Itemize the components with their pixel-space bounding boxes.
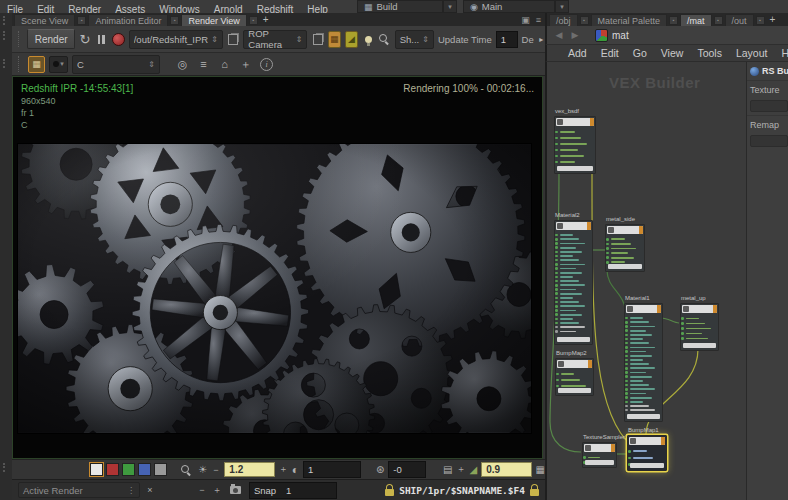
refresh-icon[interactable]: ↻ <box>79 31 91 48</box>
network-menu-tools[interactable]: Tools <box>690 47 729 59</box>
snap-next-button[interactable]: ＋ <box>212 484 222 497</box>
copy-rop-icon[interactable] <box>227 31 239 48</box>
tab-close-icon[interactable]: ▪ <box>580 16 589 25</box>
display-mode-toggle-icon[interactable]: ▦ <box>28 56 45 73</box>
node-bumpmap2[interactable]: BumpMap2 <box>555 358 594 396</box>
pixel-inspect-icon[interactable] <box>179 461 195 478</box>
tab--out[interactable]: /out <box>725 14 754 26</box>
grid-icon[interactable]: ▦ <box>536 464 545 475</box>
copy-camera-icon[interactable] <box>311 31 323 48</box>
breadcrumb[interactable]: mat <box>612 30 629 41</box>
splitter-handle[interactable] <box>3 16 10 25</box>
render-button[interactable]: Render <box>27 29 74 49</box>
node-parameter-row[interactable] <box>559 329 590 333</box>
snap-prev-button[interactable]: − <box>197 484 207 497</box>
overflow-arrow-icon[interactable]: ▸ <box>538 31 545 48</box>
small-plus-button[interactable]: ＋ <box>456 463 465 476</box>
tab-animation-editor[interactable]: Animation Editor <box>88 14 168 26</box>
offset-field[interactable]: -0 <box>388 461 425 478</box>
gain-cycle-icon[interactable]: ⊛ <box>376 464 384 475</box>
lock-icon[interactable] <box>385 489 394 496</box>
tab-close-icon[interactable]: ▪ <box>669 16 678 25</box>
render-viewport[interactable]: Redshift IPR -14:55:43[1] 960x540 fr 1 C… <box>12 76 543 459</box>
shelf-dropdown-arrow[interactable]: ▾ <box>555 0 569 13</box>
node-header[interactable] <box>556 222 591 230</box>
tab-render-view[interactable]: Render View <box>181 14 246 26</box>
inspect-icon[interactable]: ◎ <box>174 56 191 73</box>
active-render-select[interactable]: Active Render⋮ <box>18 482 140 498</box>
channel-swatch-2[interactable] <box>122 463 135 476</box>
camera-select[interactable]: ROP Camera⇕ <box>243 30 307 49</box>
gain-field[interactable]: 0.9 <box>481 462 531 477</box>
pause-icon[interactable] <box>95 31 107 48</box>
desktop-selector[interactable]: ▦ Build <box>357 0 443 13</box>
pane-menu-icon[interactable]: ≡ <box>532 14 545 25</box>
plane-select[interactable]: C⇕ <box>72 55 160 74</box>
contrast-field[interactable]: 1 <box>303 461 361 478</box>
node-header[interactable] <box>584 444 615 452</box>
pane-maximize-icon[interactable]: ▣ <box>519 14 532 25</box>
tab--mat[interactable]: /mat <box>680 14 712 26</box>
splitter-handle[interactable] <box>3 31 10 40</box>
node-material1[interactable]: Material1 <box>624 303 663 422</box>
gamma-increase-button[interactable]: ＋ <box>279 463 288 476</box>
splitter-handle[interactable] <box>3 59 10 68</box>
channel-swatch-1[interactable] <box>106 463 119 476</box>
network-menu-add[interactable]: Add <box>561 47 594 59</box>
node-footer[interactable] <box>557 337 590 342</box>
stop-render-icon[interactable] <box>112 31 125 48</box>
node-footer[interactable] <box>608 264 642 269</box>
lock-icon[interactable] <box>530 489 539 496</box>
channel-swatch-0[interactable] <box>90 463 103 476</box>
gamma-field[interactable]: 1.2 <box>224 462 274 477</box>
node-header[interactable] <box>682 305 717 313</box>
tab--obj[interactable]: /obj <box>549 14 578 26</box>
node-footer[interactable] <box>558 388 591 393</box>
node-header[interactable] <box>607 226 643 234</box>
desktop-dropdown-arrow[interactable]: ▾ <box>443 0 457 13</box>
node-header[interactable] <box>557 360 592 368</box>
gamma-decrease-button[interactable]: − <box>211 463 220 476</box>
render-region-toggle-icon[interactable]: ◢ <box>345 31 358 48</box>
tab-close-icon[interactable]: ▪ <box>756 16 765 25</box>
brightness-icon[interactable]: ☀ <box>198 464 207 475</box>
network-menu-view[interactable]: View <box>654 47 691 59</box>
tab-close-icon[interactable]: ▪ <box>77 16 86 25</box>
node-header[interactable] <box>626 305 661 313</box>
forward-arrow-icon[interactable]: ▶ <box>569 30 581 40</box>
shader-select[interactable]: Sh...⇕ <box>395 30 434 49</box>
node-parameter-row[interactable] <box>629 408 660 412</box>
close-render-button[interactable]: × <box>145 484 155 497</box>
add-tab-button[interactable]: + <box>765 13 781 26</box>
node-footer[interactable] <box>627 414 660 419</box>
tab-close-icon[interactable]: ▪ <box>714 16 723 25</box>
node-parameter-row[interactable] <box>559 159 593 165</box>
channel-swatch-3[interactable] <box>138 463 151 476</box>
network-menu-layout[interactable]: Layout <box>729 47 775 59</box>
add-icon[interactable]: ＋ <box>237 56 254 73</box>
splitter-handle[interactable] <box>3 463 10 472</box>
background-option-icon[interactable]: ▾ <box>49 56 68 73</box>
rop-select[interactable]: /out/Redshift_IPR⇕ <box>129 30 223 49</box>
node-vex_bsdf[interactable]: vex_bsdf <box>554 116 596 174</box>
param-section-texture[interactable]: Texture <box>747 80 788 97</box>
shelf-selector[interactable]: ◉ Main <box>463 0 555 13</box>
back-arrow-icon[interactable]: ◀ <box>553 30 565 40</box>
snap-field[interactable]: Snap1 <box>249 482 337 499</box>
curve-icon[interactable]: ◢ <box>470 464 478 475</box>
snapshot-toggle-icon[interactable]: ▦ <box>328 31 341 48</box>
node-metal_side[interactable]: metal_side <box>605 224 645 272</box>
network-menu-go[interactable]: Go <box>626 47 654 59</box>
tab-close-icon[interactable]: ▪ <box>170 16 179 25</box>
node-footer[interactable] <box>630 463 664 468</box>
lights-icon[interactable] <box>362 31 374 48</box>
node-footer[interactable] <box>585 460 614 465</box>
node-footer[interactable] <box>683 343 716 348</box>
node-bumpmap1[interactable]: BumpMap1 <box>627 435 667 471</box>
node-footer[interactable] <box>557 166 593 171</box>
node-header[interactable] <box>556 118 594 126</box>
update-time-field[interactable]: 1 <box>496 31 518 48</box>
tab-material-palette[interactable]: Material Palette <box>591 14 668 26</box>
camera-snapshot-icon[interactable] <box>227 482 244 499</box>
network-editor[interactable]: VEX Builder vex_bsdfMaterial2metal_sideM… <box>545 62 748 500</box>
